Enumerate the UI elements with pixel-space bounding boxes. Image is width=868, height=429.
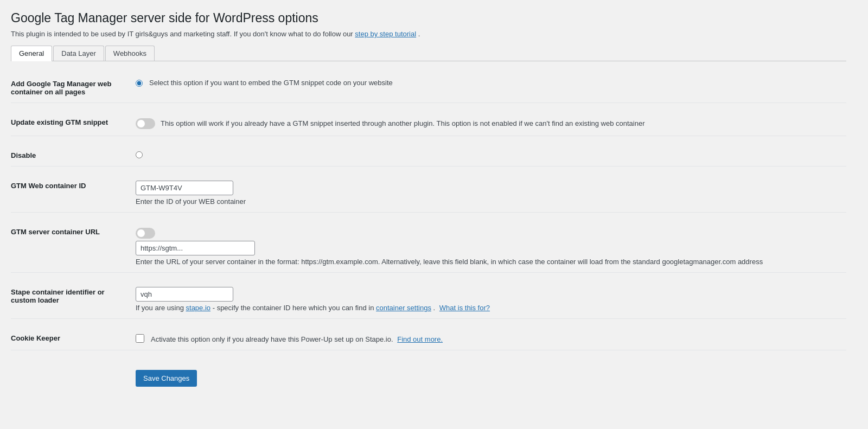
update-existing-label: Update existing GTM snippet bbox=[11, 118, 108, 126]
disable-label: Disable bbox=[11, 151, 36, 159]
page-subtitle: This plugin is intended to be used by IT… bbox=[11, 30, 846, 38]
cookie-keeper-checkbox[interactable] bbox=[136, 334, 144, 343]
setting-row-update-existing: Update existing GTM snippet This option … bbox=[11, 111, 846, 136]
tab-general[interactable]: General bbox=[11, 46, 52, 61]
update-existing-toggle[interactable] bbox=[136, 118, 155, 129]
gtm-web-id-description: Enter the ID of your WEB container bbox=[136, 197, 841, 206]
disable-radio-row bbox=[136, 150, 841, 158]
gtm-server-url-description: Enter the URL of your server container i… bbox=[136, 258, 841, 266]
gtm-server-url-toggle[interactable] bbox=[136, 228, 155, 239]
find-out-more-link[interactable]: Find out more. bbox=[397, 335, 443, 343]
divider-5 bbox=[11, 273, 846, 281]
settings-content: Add Google Tag Manager web container on … bbox=[11, 61, 846, 404]
update-existing-toggle-container: This option will work if you already hav… bbox=[136, 117, 841, 129]
divider-7 bbox=[11, 350, 846, 358]
gtm-server-url-slider bbox=[136, 228, 155, 239]
disable-radio[interactable] bbox=[136, 151, 143, 158]
tab-webhooks[interactable]: Webhooks bbox=[105, 46, 155, 61]
settings-table: Add Google Tag Manager web container on … bbox=[11, 72, 846, 393]
setting-row-gtm-web-id: GTM Web container ID Enter the ID of you… bbox=[11, 174, 846, 213]
update-existing-slider bbox=[136, 118, 155, 129]
divider-1 bbox=[11, 103, 846, 111]
what-is-for-link[interactable]: What is this for? bbox=[439, 304, 490, 312]
setting-row-gtm-server-url: GTM server container URL Enter the URL o… bbox=[11, 220, 846, 273]
page-title: Google Tag Manager server side for WordP… bbox=[11, 11, 846, 25]
gtm-server-url-input[interactable] bbox=[136, 241, 255, 255]
cookie-keeper-label: Cookie Keeper bbox=[11, 334, 60, 342]
tutorial-link[interactable]: step by step tutorial bbox=[355, 30, 416, 38]
stape-container-input[interactable] bbox=[136, 287, 233, 302]
container-settings-link[interactable]: container settings bbox=[376, 304, 431, 312]
divider-2 bbox=[11, 136, 846, 144]
add-gtm-radio-label: Select this option if you want to embed … bbox=[149, 79, 393, 87]
add-gtm-radio[interactable] bbox=[136, 80, 143, 87]
setting-row-save: Save Changes bbox=[11, 358, 846, 393]
gtm-web-id-input[interactable] bbox=[136, 181, 233, 195]
stape-io-link[interactable]: stape.io bbox=[186, 304, 211, 312]
update-existing-description: This option will work if you already hav… bbox=[161, 119, 645, 127]
tabs-container: General Data Layer Webhooks bbox=[11, 46, 846, 61]
tab-data-layer[interactable]: Data Layer bbox=[53, 46, 104, 61]
cookie-keeper-description: Activate this option only if you already… bbox=[151, 335, 443, 343]
setting-row-cookie-keeper: Cookie Keeper Activate this option only … bbox=[11, 326, 846, 350]
divider-6 bbox=[11, 319, 846, 327]
gtm-server-url-label: GTM server container URL bbox=[11, 228, 100, 236]
divider-3 bbox=[11, 167, 846, 175]
add-gtm-label: Add Google Tag Manager web container on … bbox=[11, 80, 111, 96]
save-changes-button[interactable]: Save Changes bbox=[136, 370, 197, 387]
setting-row-disable: Disable bbox=[11, 144, 846, 167]
stape-container-description: If you are using stape.io - specify the … bbox=[136, 304, 841, 312]
setting-row-stape-container: Stape container identifier or custom loa… bbox=[11, 280, 846, 319]
add-gtm-radio-row: Select this option if you want to embed … bbox=[136, 79, 841, 87]
cookie-keeper-checkbox-row: Activate this option only if you already… bbox=[136, 333, 841, 343]
stape-container-label: Stape container identifier or custom loa… bbox=[11, 288, 105, 304]
gtm-web-id-label: GTM Web container ID bbox=[11, 182, 86, 190]
divider-4 bbox=[11, 213, 846, 221]
setting-row-add-gtm: Add Google Tag Manager web container on … bbox=[11, 72, 846, 103]
